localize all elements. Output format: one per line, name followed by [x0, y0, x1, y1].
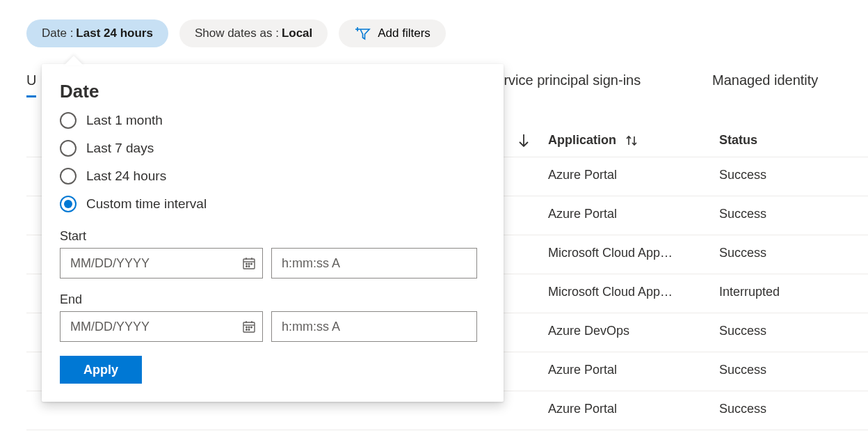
date-range-radio-group: Last 1 monthLast 7 daysLast 24 hoursCust… — [60, 112, 485, 212]
svg-point-12 — [246, 266, 248, 267]
svg-point-22 — [248, 329, 250, 331]
date-range-option[interactable]: Last 1 month — [60, 112, 485, 129]
svg-point-10 — [248, 263, 250, 265]
popover-title: Date — [60, 81, 485, 102]
end-time-input[interactable] — [271, 311, 477, 342]
svg-point-19 — [248, 327, 250, 328]
cell-status: Success — [719, 207, 858, 221]
start-time-input[interactable] — [271, 248, 477, 279]
svg-point-18 — [246, 327, 248, 328]
radio-label: Custom time interval — [86, 196, 207, 212]
date-filter-value: Last 24 hours — [76, 26, 153, 40]
apply-button[interactable]: Apply — [60, 356, 142, 384]
date-range-option[interactable]: Last 7 days — [60, 140, 485, 157]
start-date-input-wrap — [60, 248, 263, 279]
date-range-option[interactable]: Last 24 hours — [60, 168, 485, 185]
start-label: Start — [60, 229, 485, 244]
radio-icon — [60, 168, 77, 185]
show-dates-pill[interactable]: Show dates as : Local — [179, 19, 328, 47]
date-range-option[interactable]: Custom time interval — [60, 196, 485, 212]
radio-icon — [60, 140, 77, 157]
cell-application: Azure Portal — [548, 168, 701, 182]
radio-icon — [60, 196, 77, 212]
tab-service-principal[interactable]: Service principal sign-ins — [487, 72, 641, 95]
date-filter-label: Date : — [42, 26, 73, 40]
end-date-input[interactable] — [60, 311, 263, 342]
application-header-label: Application — [548, 133, 616, 148]
status-header-label: Status — [719, 133, 757, 147]
cell-status: Success — [719, 324, 858, 338]
date-filter-pill[interactable]: Date : Last 24 hours — [26, 19, 168, 47]
start-time-input-wrap — [271, 248, 477, 279]
cell-application: Azure Portal — [548, 363, 701, 377]
cell-application: Azure Portal — [548, 402, 701, 416]
calendar-icon[interactable] — [242, 256, 256, 270]
start-date-input[interactable] — [60, 248, 263, 279]
show-dates-label: Show dates as : — [195, 26, 279, 40]
cell-application: Microsoft Cloud App… — [548, 285, 701, 299]
radio-label: Last 24 hours — [86, 168, 166, 184]
add-filter-icon — [354, 26, 371, 40]
date-popover: Date Last 1 monthLast 7 daysLast 24 hour… — [42, 64, 504, 402]
radio-label: Last 1 month — [86, 113, 163, 128]
cell-application: Azure DevOps — [548, 324, 701, 338]
sort-both-icon — [625, 134, 638, 148]
calendar-icon[interactable] — [242, 320, 256, 334]
tab-user-signins[interactable]: U — [26, 72, 36, 97]
svg-point-13 — [248, 266, 250, 267]
filter-row: Date : Last 24 hours Show dates as : Loc… — [0, 0, 868, 47]
end-date-input-wrap — [60, 311, 263, 342]
cell-status: Success — [719, 168, 858, 182]
end-time-input-wrap — [271, 311, 477, 342]
tab-managed-identity[interactable]: Managed identity — [712, 72, 818, 95]
cell-status: Success — [719, 402, 858, 416]
start-field-row — [60, 248, 485, 279]
column-header-application[interactable]: Application — [548, 133, 708, 148]
radio-label: Last 7 days — [86, 141, 154, 156]
add-filters-label: Add filters — [378, 26, 431, 40]
cell-status: Success — [719, 246, 858, 260]
cell-status: Interrupted — [719, 285, 858, 299]
cell-status: Success — [719, 363, 858, 377]
svg-point-21 — [246, 329, 248, 331]
cell-application: Microsoft Cloud App… — [548, 246, 701, 260]
radio-icon — [60, 112, 77, 129]
svg-point-9 — [246, 263, 248, 265]
end-label: End — [60, 292, 485, 307]
sort-desc-icon[interactable] — [517, 133, 530, 148]
column-header-status[interactable]: Status — [719, 133, 858, 148]
svg-point-11 — [251, 263, 252, 265]
end-field-row — [60, 311, 485, 342]
svg-point-20 — [251, 327, 252, 328]
add-filters-pill[interactable]: Add filters — [339, 19, 446, 47]
show-dates-value: Local — [282, 26, 312, 40]
cell-application: Azure Portal — [548, 207, 701, 221]
